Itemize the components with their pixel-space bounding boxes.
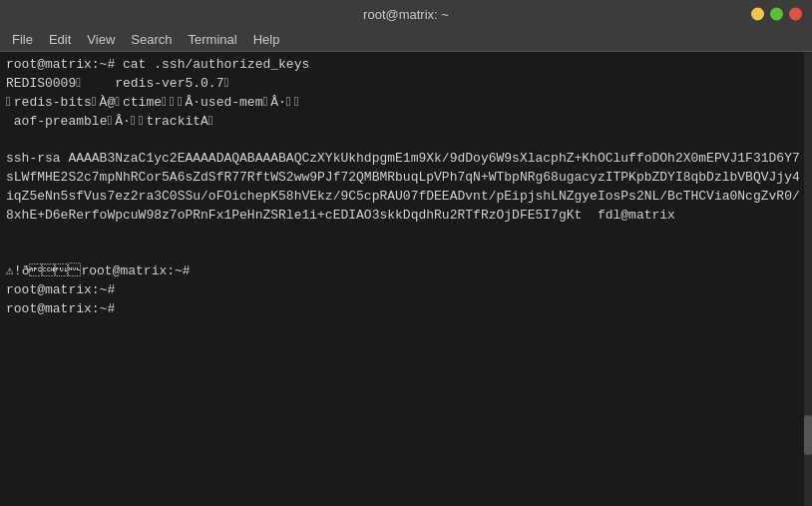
menu-edit[interactable]: Edit — [41, 30, 79, 49]
titlebar-title: root@matrix: ~ — [363, 7, 449, 22]
menu-view[interactable]: View — [79, 30, 123, 49]
titlebar: root@matrix: ~ — [0, 0, 812, 28]
menu-file[interactable]: File — [4, 30, 41, 49]
terminal-content[interactable]: root@matrix:~# cat .ssh/authorized_keys … — [0, 52, 812, 506]
maximize-button[interactable] — [770, 8, 783, 21]
scrollbar[interactable] — [804, 52, 812, 506]
menu-help[interactable]: Help — [245, 30, 288, 49]
menu-terminal[interactable]: Terminal — [181, 30, 245, 49]
close-button[interactable] — [789, 8, 802, 21]
menu-search[interactable]: Search — [123, 30, 180, 49]
terminal-text: root@matrix:~# cat .ssh/authorized_keys … — [6, 56, 806, 319]
window-controls — [751, 8, 802, 21]
menubar: File Edit View Search Terminal Help — [0, 28, 812, 52]
scrollbar-thumb[interactable] — [804, 415, 812, 455]
minimize-button[interactable] — [751, 8, 764, 21]
